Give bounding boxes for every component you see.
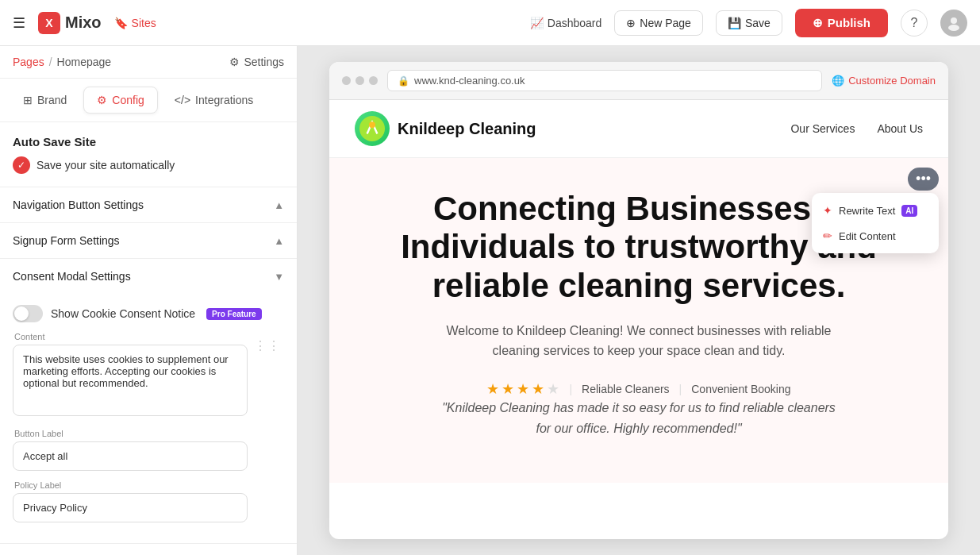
- signup-form-accordion: Signup Form Settings ▲: [0, 223, 297, 259]
- chevron-down-icon-consent: ▼: [274, 271, 284, 283]
- edit-content-item[interactable]: ✏ Edit Content: [812, 223, 939, 249]
- browser-dot-2: [355, 76, 364, 85]
- badge-booking: Convenient Booking: [691, 383, 790, 395]
- rewrite-text-item[interactable]: ✦ Rewrite Text AI: [812, 198, 939, 223]
- hamburger-menu[interactable]: ☰: [13, 14, 25, 32]
- help-button[interactable]: ?: [901, 10, 928, 37]
- star-3: ★: [517, 380, 529, 398]
- tab-bar: ⊞ Brand ⚙ Config </> Integrations: [0, 79, 297, 122]
- site-logo-image: [355, 111, 390, 146]
- browser-window: 🔒 www.knd-cleaning.co.uk 🌐 Customize Dom…: [329, 62, 948, 539]
- customize-domain-link[interactable]: 🌐 Customize Domain: [832, 75, 936, 87]
- settings-label: Settings: [244, 56, 284, 68]
- chevron-up-icon-signup: ▲: [274, 235, 284, 247]
- nav-button-header[interactable]: Navigation Button Settings ▲: [0, 187, 297, 222]
- sidebar: Pages / Homepage ⚙ Settings ⊞ Brand ⚙ Co…: [0, 46, 298, 555]
- config-tab-label: Config: [112, 94, 144, 106]
- publish-icon: ⊕: [813, 16, 823, 30]
- site-logo: Knildeep Cleaning: [355, 111, 536, 146]
- topbar: ☰ X Mixo 🔖 Sites 📈 Dashboard ⊕ New Page …: [0, 0, 980, 46]
- site-nav-links: Our Services About Us: [790, 122, 923, 135]
- content-textarea[interactable]: This website uses cookies to supplement …: [13, 345, 248, 416]
- context-menu-button[interactable]: •••: [908, 168, 939, 191]
- avatar[interactable]: [940, 10, 967, 37]
- stars-row: ★ ★ ★ ★ ★ | Reliable Cleaners | Convenie…: [355, 380, 923, 398]
- new-page-label: New Page: [640, 17, 691, 29]
- svg-point-2: [359, 116, 385, 141]
- browser-dot-3: [369, 76, 378, 85]
- site-nav: Knildeep Cleaning Our Services About Us: [329, 100, 948, 158]
- url-text: www.knd-cleaning.co.uk: [414, 75, 525, 87]
- policy-label-input[interactable]: [13, 493, 248, 522]
- breadcrumb: Pages / Homepage: [13, 56, 111, 68]
- sites-badge[interactable]: 🔖 Sites: [114, 17, 156, 29]
- consent-modal-header[interactable]: Consent Modal Settings ▼: [0, 259, 297, 294]
- consent-modal-accordion: Consent Modal Settings ▼ Show Cookie Con…: [0, 259, 297, 544]
- auto-save-checkbox-row[interactable]: ✓ Save your site automatically: [13, 156, 284, 174]
- tab-config[interactable]: ⚙ Config: [83, 87, 157, 114]
- new-page-button[interactable]: ⊕ New Page: [614, 10, 703, 36]
- preview-area: 🔒 www.knd-cleaning.co.uk 🌐 Customize Dom…: [298, 46, 980, 555]
- breadcrumb-separator: /: [49, 56, 52, 68]
- help-icon: ?: [911, 16, 918, 30]
- drag-handle[interactable]: ⋮⋮: [251, 332, 284, 357]
- sites-label: Sites: [132, 17, 156, 29]
- integrations-tab-icon: </>: [175, 94, 190, 106]
- publish-button[interactable]: ⊕ Publish: [795, 9, 888, 37]
- hero-subtext: Welcome to Knildeep Cleaning! We connect…: [440, 321, 837, 361]
- checkmark-icon: ✓: [17, 160, 25, 171]
- lock-icon: 🔒: [398, 75, 409, 87]
- tab-integrations[interactable]: </> Integrations: [161, 87, 267, 114]
- testimonial-text: "Knildeep Cleaning has made it so easy f…: [440, 398, 837, 438]
- ai-badge: AI: [901, 205, 917, 217]
- svg-point-3: [369, 121, 375, 128]
- divider-1: |: [569, 383, 572, 395]
- chevron-up-icon: ▲: [274, 199, 284, 211]
- content-field-label: Content: [13, 332, 248, 341]
- publish-label: Publish: [828, 16, 870, 29]
- auto-save-checkbox[interactable]: ✓: [13, 156, 30, 174]
- cookie-consent-label: Show Cookie Consent Notice: [51, 307, 195, 320]
- button-label-input[interactable]: [13, 441, 248, 471]
- site-hero: ••• ✦ Rewrite Text AI ✏ Edit Content: [329, 158, 948, 483]
- tab-brand[interactable]: ⊞ Brand: [10, 87, 80, 114]
- config-tab-icon: ⚙: [97, 94, 107, 106]
- star-2: ★: [502, 380, 514, 398]
- edit-icon: ✏: [823, 229, 832, 242]
- content-field-group: Content This website uses cookies to sup…: [13, 332, 248, 419]
- policy-label-field-group: Policy Label: [13, 480, 248, 522]
- logo-wrap: X Mixo: [38, 12, 102, 34]
- settings-link[interactable]: ⚙ Settings: [229, 56, 284, 68]
- button-label-field-label: Button Label: [13, 429, 248, 438]
- drag-dots-icon: ⋮⋮: [254, 338, 281, 353]
- breadcrumb-current: Homepage: [57, 56, 112, 68]
- nav-button-accordion: Navigation Button Settings ▲: [0, 187, 297, 223]
- auto-save-title: Auto Save Site: [13, 135, 284, 148]
- nav-link-services[interactable]: Our Services: [790, 122, 855, 135]
- star-5: ★: [547, 380, 559, 398]
- consent-section: Show Cookie Consent Notice Pro Feature C…: [0, 294, 297, 543]
- auto-save-label: Save your site automatically: [37, 159, 175, 172]
- cookie-consent-row: Show Cookie Consent Notice Pro Feature: [13, 305, 284, 322]
- edit-content-label: Edit Content: [839, 230, 896, 242]
- auto-save-section: Auto Save Site ✓ Save your site automati…: [0, 122, 297, 187]
- customize-domain-label: Customize Domain: [848, 75, 936, 87]
- rewrite-text-label: Rewrite Text: [839, 205, 895, 217]
- dashboard-link[interactable]: 📈 Dashboard: [530, 17, 602, 29]
- save-label: Save: [745, 17, 771, 29]
- button-label-field-group: Button Label: [13, 429, 248, 471]
- nav-link-about[interactable]: About Us: [877, 122, 923, 135]
- main-layout: Pages / Homepage ⚙ Settings ⊞ Brand ⚙ Co…: [0, 46, 980, 555]
- settings-gear-icon: ⚙: [229, 56, 240, 68]
- website-content: Knildeep Cleaning Our Services About Us …: [329, 100, 948, 539]
- dashboard-label: Dashboard: [548, 17, 602, 29]
- star-4: ★: [532, 380, 544, 398]
- cookie-consent-toggle[interactable]: [13, 305, 43, 322]
- pages-link[interactable]: Pages: [13, 56, 44, 68]
- integrations-tab-label: Integrations: [195, 94, 253, 106]
- signup-form-header[interactable]: Signup Form Settings ▲: [0, 223, 297, 258]
- pro-feature-badge: Pro Feature: [206, 308, 262, 320]
- save-button[interactable]: 💾 Save: [716, 10, 782, 36]
- badge-reliable: Reliable Cleaners: [582, 383, 670, 395]
- browser-dot-1: [342, 76, 351, 85]
